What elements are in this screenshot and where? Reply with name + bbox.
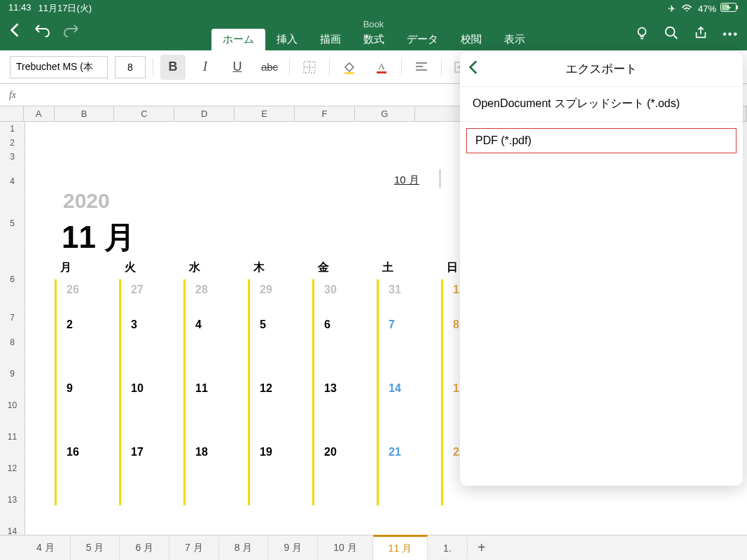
- row-header[interactable]: 3: [0, 150, 25, 163]
- border-button[interactable]: [297, 55, 322, 80]
- calendar-day[interactable]: 21: [377, 442, 441, 505]
- sheet-tab[interactable]: 1.: [428, 537, 468, 559]
- prev-month-link[interactable]: 10 月: [394, 174, 419, 187]
- calendar-day[interactable]: 31: [377, 279, 441, 314]
- year-label: 2020: [63, 189, 110, 213]
- row-header[interactable]: 8: [0, 325, 25, 359]
- column-header[interactable]: G: [355, 106, 415, 121]
- column-header[interactable]: A: [24, 106, 55, 121]
- sheet-tab[interactable]: 6 月: [120, 536, 169, 560]
- divider: [289, 59, 290, 76]
- calendar-day[interactable]: 19: [248, 442, 312, 505]
- status-date: 11月17日(火): [39, 2, 92, 15]
- sheet-tab[interactable]: 4 月: [21, 536, 71, 560]
- row-header[interactable]: 6: [0, 248, 25, 310]
- calendar-day[interactable]: 4: [183, 314, 248, 378]
- calendar-day[interactable]: 14: [377, 378, 441, 442]
- row-header[interactable]: 11: [0, 423, 25, 450]
- ribbon-tab-描画[interactable]: 描画: [309, 29, 352, 50]
- back-icon[interactable]: [8, 22, 21, 41]
- row-header[interactable]: 1: [0, 122, 25, 135]
- select-all-corner[interactable]: [0, 106, 24, 121]
- font-color-button[interactable]: A: [369, 55, 394, 80]
- day-header: 月: [55, 260, 119, 279]
- divider: [401, 59, 402, 76]
- ribbon-tab-ホーム[interactable]: ホーム: [211, 29, 265, 50]
- calendar-day[interactable]: 16: [55, 442, 119, 505]
- redo-icon[interactable]: [63, 23, 80, 40]
- svg-point-3: [638, 28, 646, 36]
- sheet-tab[interactable]: 10 月: [318, 536, 372, 560]
- divider: [440, 169, 440, 188]
- ribbon-tab-表示[interactable]: 表示: [493, 29, 536, 50]
- align-button[interactable]: [409, 55, 434, 80]
- status-time: 11:43: [8, 2, 32, 15]
- lightbulb-icon[interactable]: [634, 25, 650, 43]
- column-header[interactable]: D: [174, 106, 235, 121]
- ribbon-tab-校閲[interactable]: 校閲: [449, 29, 493, 50]
- calendar-day[interactable]: 10: [119, 378, 183, 442]
- column-header[interactable]: E: [235, 106, 295, 121]
- underline-button[interactable]: U: [225, 55, 250, 80]
- row-header[interactable]: 13: [0, 486, 25, 513]
- sheet-tab[interactable]: 11 月: [373, 535, 428, 560]
- day-header: 水: [183, 260, 248, 279]
- svg-rect-1: [736, 6, 738, 9]
- calendar-day[interactable]: 17: [119, 442, 183, 505]
- row-header[interactable]: 10: [0, 388, 25, 422]
- strikethrough-button[interactable]: abc: [257, 55, 282, 80]
- row-header[interactable]: 5: [0, 199, 25, 247]
- calendar-day[interactable]: 18: [183, 442, 248, 505]
- ribbon-tab-数式[interactable]: 数式: [352, 29, 396, 50]
- italic-button[interactable]: I: [193, 55, 218, 80]
- ribbon-tab-データ[interactable]: データ: [396, 29, 449, 50]
- export-option[interactable]: PDF (*.pdf): [463, 125, 740, 157]
- calendar-day[interactable]: 9: [55, 378, 119, 442]
- sheet-tab[interactable]: 8 月: [219, 536, 269, 560]
- month-label: 11 月: [62, 217, 135, 258]
- calendar-day[interactable]: 6: [312, 314, 377, 378]
- calendar-day[interactable]: 27: [119, 279, 183, 314]
- row-header[interactable]: 2: [0, 136, 25, 149]
- search-icon[interactable]: [664, 25, 679, 43]
- undo-icon[interactable]: [34, 23, 50, 40]
- row-header[interactable]: 12: [0, 451, 25, 485]
- font-size-input[interactable]: [115, 56, 146, 78]
- title-bar: Book ホーム挿入描画数式データ校閲表示 •••: [0, 17, 747, 50]
- font-name-input[interactable]: [10, 56, 108, 78]
- calendar-day[interactable]: 7: [377, 314, 441, 378]
- ribbon-tab-挿入[interactable]: 挿入: [265, 29, 309, 50]
- svg-rect-8: [377, 71, 386, 74]
- calendar-day[interactable]: 29: [248, 279, 312, 314]
- battery-text: 47%: [698, 4, 716, 14]
- airplane-icon: ✈: [668, 4, 676, 14]
- bold-button[interactable]: B: [160, 55, 186, 80]
- export-title: エクスポート: [566, 61, 637, 77]
- calendar-day[interactable]: 3: [119, 314, 183, 378]
- calendar-day[interactable]: 26: [55, 279, 119, 314]
- calendar-day[interactable]: 20: [312, 442, 377, 505]
- sheet-tab[interactable]: 5 月: [71, 536, 120, 560]
- row-header[interactable]: 9: [0, 360, 25, 387]
- calendar-day[interactable]: 12: [248, 378, 312, 442]
- calendar-day[interactable]: 5: [248, 314, 312, 378]
- calendar-day[interactable]: 11: [183, 378, 248, 442]
- sheet-tab[interactable]: 7 月: [169, 536, 219, 560]
- fill-color-button[interactable]: [337, 55, 362, 80]
- share-icon[interactable]: [693, 25, 708, 43]
- row-header[interactable]: 4: [0, 164, 25, 198]
- column-header[interactable]: C: [114, 106, 174, 121]
- calendar-day[interactable]: 28: [183, 279, 248, 314]
- calendar-day[interactable]: 2: [55, 314, 119, 378]
- row-header[interactable]: 7: [0, 311, 25, 324]
- calendar-day[interactable]: 13: [312, 378, 377, 442]
- column-header[interactable]: F: [295, 106, 355, 121]
- more-icon[interactable]: •••: [722, 28, 739, 41]
- row-header[interactable]: 14: [0, 514, 25, 535]
- calendar-day[interactable]: 30: [312, 279, 377, 314]
- sheet-tab[interactable]: 9 月: [268, 536, 318, 560]
- export-option[interactable]: OpenDocument スプレッドシート (*.ods): [460, 87, 743, 122]
- add-sheet-button[interactable]: +: [468, 540, 496, 556]
- export-back-icon[interactable]: [468, 59, 478, 79]
- column-header[interactable]: B: [55, 106, 115, 121]
